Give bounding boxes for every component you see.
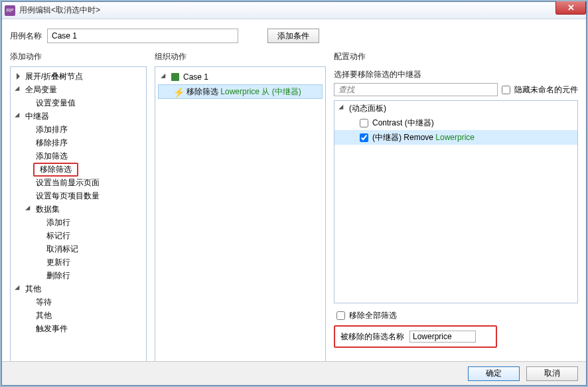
organize-header: 组织动作	[155, 50, 326, 66]
tree-fire-event[interactable]: 触发事件	[11, 322, 146, 335]
cfg-remove-all-checkbox[interactable]	[336, 311, 345, 320]
org-action-text: 移除筛选 Lowerprice 从 (中继器)	[186, 86, 301, 98]
tree-update-row[interactable]: 更新行	[11, 256, 146, 269]
cfg-remove-all-row[interactable]: 移除全部筛选	[334, 310, 578, 321]
highlight-filter-name: 被移除的筛选名称	[334, 325, 497, 348]
tree-unmark-row[interactable]: 取消标记	[11, 242, 146, 256]
titlebar: RP 用例编辑<取消选中时> ✕	[2, 2, 586, 19]
cfg-contrast-row[interactable]: Contrast (中继器)	[334, 116, 577, 130]
footer: 确定 取消	[2, 361, 586, 385]
topbar: 用例名称 添加条件	[2, 19, 586, 50]
org-action-row[interactable]: ⚡ 移除筛选 Lowerprice 从 (中继器)	[158, 84, 323, 99]
cfg-tree-panel: (动态面板) Contrast (中继器) (中继器) Remove Lower…	[334, 100, 578, 303]
tree-set-var[interactable]: 设置变量值	[11, 96, 146, 110]
case-icon	[171, 73, 179, 81]
action-tree-panel: 展开/折叠树节点 全局变量 设置变量值 中继器 添加排序 移除排序 添加筛选 移…	[10, 66, 147, 366]
organize-panel: Case 1 ⚡ 移除筛选 Lowerprice 从 (中继器)	[155, 66, 326, 366]
case-name-label: 用例名称	[10, 31, 42, 42]
configure-header: 配置动作	[334, 50, 578, 66]
tree-dataset[interactable]: 数据集	[11, 202, 146, 216]
tree-repeater[interactable]: 中继器	[11, 110, 146, 123]
tree-set-page[interactable]: 设置当前显示页面	[11, 176, 146, 189]
add-action-column: 添加动作 展开/折叠树节点 全局变量 设置变量值 中继器 添加排序 移除排序 添…	[10, 50, 147, 366]
cfg-select-label: 选择要移除筛选的中继器	[334, 69, 578, 80]
org-case-row[interactable]: Case 1	[158, 70, 323, 84]
tree-remove-sort[interactable]: 移除排序	[11, 136, 146, 149]
tree-add-filter[interactable]: 添加筛选	[11, 149, 146, 163]
cancel-button[interactable]: 取消	[526, 366, 578, 381]
org-caret-icon	[161, 73, 169, 81]
tree-expand-collapse[interactable]: 展开/折叠树节点	[11, 70, 146, 83]
tree-other2[interactable]: 其他	[11, 309, 146, 322]
cfg-contrast-checkbox[interactable]	[360, 119, 368, 127]
case-name-input[interactable]	[47, 29, 238, 43]
tree-set-perpage[interactable]: 设置每页项目数量	[11, 189, 146, 202]
configure-column: 配置动作 选择要移除筛选的中继器 隐藏未命名的元件 (动态面板)	[334, 50, 578, 366]
cfg-repeater-text: (中继器) Remove Lowerprice	[372, 132, 475, 143]
tree-mark-row[interactable]: 标记行	[11, 229, 146, 242]
cfg-removed-name-input[interactable]	[409, 331, 476, 343]
org-case-label: Case 1	[183, 72, 208, 82]
ok-button[interactable]: 确定	[468, 366, 520, 381]
tree-other[interactable]: 其他	[11, 282, 146, 295]
cfg-search-input[interactable]	[334, 83, 498, 96]
cfg-dynamic-panel[interactable]: (动态面板)	[334, 101, 577, 116]
add-action-header: 添加动作	[10, 50, 147, 66]
dialog-window: RP 用例编辑<取消选中时> ✕ 用例名称 添加条件 添加动作 展开/折叠树节点…	[1, 1, 587, 386]
app-icon: RP	[5, 5, 15, 16]
window-title: 用例编辑<取消选中时>	[19, 5, 100, 16]
tree-add-sort[interactable]: 添加排序	[11, 123, 146, 136]
tree-remove-filter[interactable]: 移除筛选	[11, 163, 146, 176]
cfg-hide-unnamed[interactable]: 隐藏未命名的元件	[502, 84, 578, 96]
tree-delete-row[interactable]: 删除行	[11, 269, 146, 282]
add-condition-button[interactable]: 添加条件	[267, 29, 319, 43]
highlight-remove-filter: 移除筛选	[33, 163, 78, 177]
cfg-caret-icon	[338, 104, 346, 112]
organize-column: 组织动作 Case 1 ⚡ 移除筛选 Lowerprice 从 (中继器)	[155, 50, 326, 366]
tree-wait[interactable]: 等待	[11, 295, 146, 309]
close-button[interactable]: ✕	[555, 1, 586, 15]
cfg-removed-name-label: 被移除的筛选名称	[340, 331, 404, 343]
cfg-repeater-row[interactable]: (中继器) Remove Lowerprice	[334, 130, 577, 145]
tree-add-row[interactable]: 添加行	[11, 216, 146, 229]
tree-global-var[interactable]: 全局变量	[11, 83, 146, 96]
bolt-icon: ⚡	[173, 87, 183, 96]
cfg-hide-unnamed-checkbox[interactable]	[502, 86, 510, 94]
cfg-repeater-checkbox[interactable]	[360, 133, 368, 142]
